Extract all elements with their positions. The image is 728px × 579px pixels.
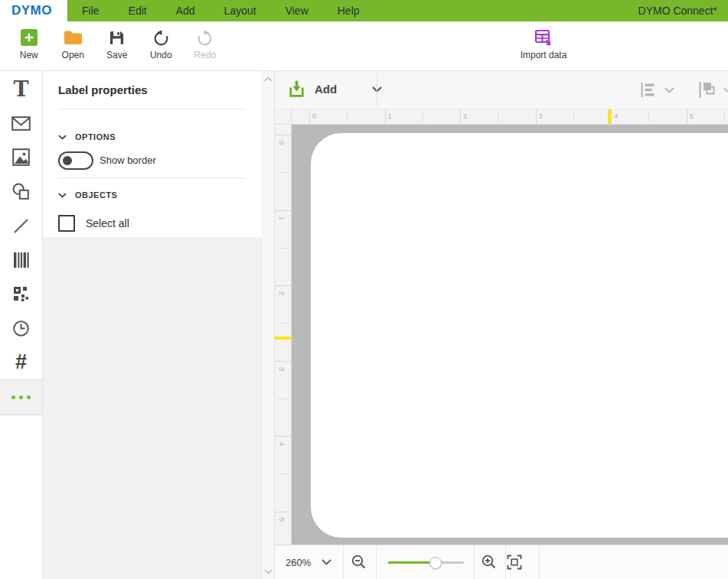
ruler-label: 2 [278, 290, 286, 298]
ruler-tick [385, 109, 386, 124]
panel-scrollbar[interactable] [262, 71, 274, 579]
ruler-tick [460, 109, 461, 124]
ruler-tick [687, 109, 687, 124]
cursor-position-marker-y [275, 337, 291, 340]
fit-to-view-button[interactable] [507, 555, 522, 570]
show-border-label: Show border [100, 151, 156, 170]
menu-edit[interactable]: Edit [114, 0, 162, 21]
save-button[interactable]: Save [95, 28, 139, 60]
ruler-tick [275, 361, 291, 362]
vertical-ruler: 012345 [275, 125, 292, 545]
barcode-tool[interactable] [0, 242, 42, 277]
logo-area: DYMO [0, 0, 67, 21]
chevron-down-icon [58, 135, 67, 140]
ruler-tick-minor [498, 112, 498, 121]
chevron-down-icon [322, 559, 331, 565]
scroll-up-icon[interactable] [264, 76, 273, 82]
ruler-tick-minor [648, 112, 649, 121]
ruler-tick-minor [278, 323, 288, 324]
date-time-tool[interactable] [0, 311, 42, 346]
undo-button[interactable]: Undo [139, 28, 184, 60]
image-icon [12, 148, 30, 166]
ruler-tick [275, 512, 291, 512]
top-toolbar: New Open Save Undo [0, 21, 728, 71]
new-icon [21, 28, 38, 47]
menu-file[interactable]: File [67, 0, 114, 21]
menu-layout[interactable]: Layout [210, 0, 271, 21]
ruler-label: 0 [278, 139, 286, 147]
add-object-button[interactable]: Add [287, 79, 382, 99]
text-icon: T [13, 79, 28, 99]
menu-add[interactable]: Add [162, 0, 210, 21]
address-tool[interactable] [0, 106, 42, 141]
main-menu: File Edit Add Layout View Help [67, 0, 374, 21]
ruler-tick [611, 109, 612, 124]
redo-button[interactable]: Redo [183, 28, 227, 60]
qr-code-tool[interactable] [0, 277, 42, 311]
ruler-corner [275, 109, 292, 125]
zoom-level-select[interactable]: 260% [286, 545, 331, 579]
ruler-label: 1 [388, 112, 392, 120]
ruler-label: 2 [463, 112, 467, 120]
design-canvas-region: Add 012345 012345 [274, 71, 728, 579]
ruler-label: 4 [278, 441, 286, 448]
barcode-icon [12, 252, 30, 268]
canvas-toolbar: Add [275, 71, 728, 109]
panel-title: Label properties [58, 83, 148, 96]
select-all-checkbox[interactable] [58, 215, 75, 232]
zoom-in-button[interactable] [481, 554, 498, 571]
more-tools-button[interactable] [0, 380, 43, 415]
import-data-icon [534, 28, 553, 47]
dymo-logo: DYMO [11, 3, 52, 18]
zoom-toolbar: 260% [275, 545, 728, 579]
arrange-button[interactable] [697, 80, 728, 99]
ruler-tick [275, 210, 291, 211]
undo-icon [152, 28, 170, 47]
zoom-out-button[interactable] [351, 554, 367, 571]
objects-section-header[interactable]: OBJECTS [58, 190, 117, 200]
new-button[interactable]: New [7, 28, 51, 60]
ruler-label: 5 [690, 112, 694, 120]
horizontal-ruler: 012345 [292, 109, 728, 125]
open-folder-icon [64, 28, 83, 47]
save-floppy-icon [109, 28, 125, 47]
ruler-tick-minor [278, 248, 288, 249]
ruler-tick [275, 135, 291, 135]
ruler-label: 5 [278, 516, 286, 523]
ruler-tick-minor [573, 112, 574, 121]
ruler-tick [536, 109, 537, 124]
label-properties-panel: Label properties OPTIONS Show border OBJ… [43, 71, 262, 579]
ruler-tick-minor [278, 473, 288, 474]
scroll-down-icon[interactable] [264, 569, 273, 574]
menu-view[interactable]: View [271, 0, 323, 21]
show-border-toggle[interactable] [58, 151, 93, 170]
shape-tool[interactable] [0, 174, 42, 209]
ruler-tick [275, 285, 291, 286]
label-canvas[interactable] [311, 133, 728, 538]
ruler-tick [275, 436, 291, 437]
ruler-tick [309, 109, 310, 124]
line-tool[interactable] [0, 209, 42, 243]
zoom-value: 260% [286, 557, 311, 568]
chevron-down-icon [723, 87, 728, 93]
redo-icon [196, 28, 214, 47]
ruler-tick-minor [347, 112, 348, 121]
text-tool[interactable]: T [0, 72, 42, 106]
ruler-tick-minor [278, 398, 288, 399]
counter-tool[interactable]: # [0, 345, 42, 379]
ruler-label: 3 [278, 365, 286, 372]
label-sheet-backing [292, 125, 728, 545]
image-tool[interactable] [0, 140, 42, 174]
options-section-header[interactable]: OPTIONS [58, 132, 116, 141]
ruler-label: 0 [312, 112, 316, 120]
import-data-button[interactable]: Import data [510, 28, 577, 60]
align-button[interactable] [639, 81, 674, 99]
clock-icon [12, 320, 30, 337]
zoom-slider-thumb[interactable] [429, 557, 442, 569]
zoom-slider[interactable] [388, 545, 464, 579]
open-button[interactable]: Open [51, 28, 96, 60]
ruler-tick-minor [724, 112, 725, 121]
counter-icon: # [15, 352, 27, 372]
menu-help[interactable]: Help [323, 0, 374, 21]
line-icon [12, 217, 30, 235]
